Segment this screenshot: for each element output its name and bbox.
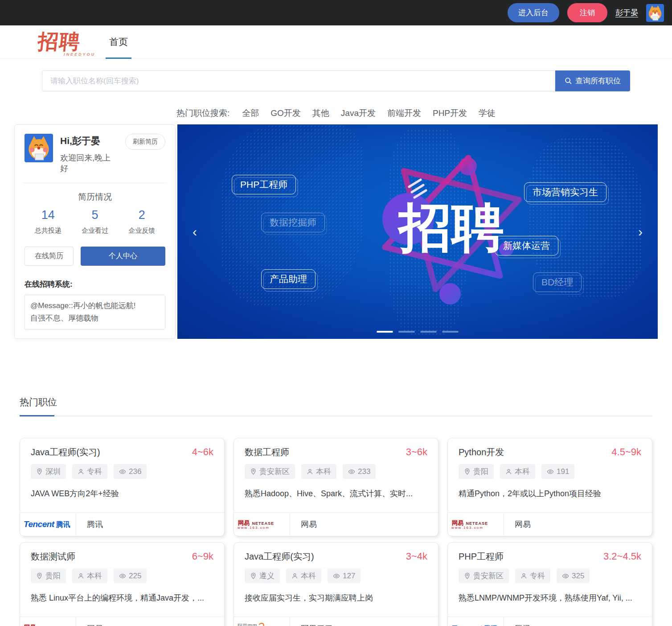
netease-logo-cn: 网易	[238, 519, 250, 526]
job-location-tag: 贵阳	[459, 464, 494, 479]
job-card[interactable]: Python开发 4.5~9k 贵阳 本科	[447, 438, 652, 536]
location-pin-icon	[464, 572, 471, 579]
user-card-header: Hi,彭于晏 欢迎回来,晚上好 刷新简历	[25, 134, 165, 174]
main-row: Hi,彭于晏 欢迎回来,晚上好 刷新简历 简历情况 14总共投递5企业看过2企业…	[14, 124, 658, 339]
location-pin-icon	[36, 468, 43, 475]
hot-jobs-title: 热门职位	[20, 397, 57, 407]
job-card-footer: Tencent腾讯 腾讯	[20, 512, 224, 536]
banner-carousel[interactable]: 招聘 PHP工程师 数据挖掘师 产品助理 市场营销实习生 新媒体运营 BD经理 …	[177, 124, 658, 339]
netease-logo: 网易 NETEASEwww.163.com	[24, 623, 60, 626]
hot-search-link[interactable]: Java开发	[341, 107, 376, 119]
svg-text:招聘: 招聘	[397, 198, 504, 257]
location-pin-icon	[36, 572, 43, 579]
system-message-box: @Message::再小的帆也能远航! 自强不息、厚德载物	[25, 295, 165, 329]
user-avatar[interactable]	[646, 4, 664, 22]
hot-search-link[interactable]: PHP开发	[433, 107, 467, 119]
resume-stat: 2企业反馈	[128, 208, 155, 235]
banner-chip: 数据挖掘师	[261, 213, 325, 232]
search-all-jobs-button[interactable]: 查询所有职位	[555, 70, 630, 91]
eye-icon	[333, 572, 340, 580]
job-card[interactable]: Java工程师(实习) 4~6k 深圳 专科	[20, 438, 225, 536]
banner-chip: PHP工程师	[232, 175, 296, 194]
job-tags: 深圳 专科 236	[31, 464, 213, 479]
banner-star-art: 招聘	[356, 134, 547, 326]
hot-search-link[interactable]: 前端开发	[387, 107, 421, 119]
netease-logo-en: NETEASE	[466, 521, 488, 526]
banner-chip: 产品助理	[261, 269, 316, 289]
job-education: 本科	[316, 466, 331, 477]
netease-logo-en: NETEASE	[252, 521, 274, 526]
job-description: JAVA WEB方向2年+经验	[31, 488, 213, 499]
hot-search-link[interactable]: 其他	[312, 107, 329, 119]
job-tags: 贵安新区 专科 325	[459, 568, 641, 583]
carousel-dot[interactable]	[377, 331, 393, 333]
logout-button[interactable]: 注销	[567, 3, 607, 22]
stat-label: 总共投递	[35, 227, 61, 235]
search-input[interactable]	[42, 70, 555, 91]
company-name: 网易	[290, 513, 317, 536]
card-avatar	[25, 134, 53, 162]
banner-chip: BD经理	[533, 272, 582, 292]
company-logo: 阿里巴巴Alibaba.com	[234, 617, 290, 626]
job-card[interactable]: 数据测试师 6~9k 贵阳 本科	[20, 542, 225, 626]
hot-search-link[interactable]: 全部	[242, 107, 259, 119]
job-views-tag: 191	[541, 464, 574, 479]
job-title: 数据工程师	[245, 446, 289, 458]
job-card-body: Java工程师(实习) 3~4k 遵义 本科	[234, 543, 438, 610]
job-views: 225	[129, 572, 141, 581]
tencent-logo: Tencent腾讯	[451, 624, 498, 626]
alibaba-logo: 阿里巴巴Alibaba.com	[238, 622, 269, 626]
job-education-tag: 本科	[286, 568, 321, 583]
job-education-tag: 本科	[500, 464, 535, 479]
banner-chip: 市场营销实习生	[524, 182, 606, 202]
job-card[interactable]: Java工程师(实习) 3~4k 遵义 本科	[234, 542, 438, 626]
resume-stats: 14总共投递5企业看过2企业反馈	[25, 208, 165, 235]
username-link[interactable]: 彭于晏	[615, 8, 638, 18]
avatar-image	[646, 4, 664, 22]
personal-center-button[interactable]: 个人中心	[81, 247, 165, 266]
carousel-next-arrow-icon[interactable]: ›	[638, 225, 643, 239]
job-views: 325	[572, 572, 584, 581]
job-salary: 4~6k	[192, 446, 213, 458]
online-resume-button[interactable]: 在线简历	[25, 247, 74, 266]
job-card-footer: 阿里巴巴Alibaba.com 阿里巴巴	[234, 617, 438, 626]
company-name: 网易	[76, 617, 103, 626]
tencent-logo-cn: 腾讯	[484, 625, 498, 626]
job-location-tag: 遵义	[245, 568, 280, 583]
carousel-dot[interactable]	[421, 331, 437, 333]
job-tags: 贵阳 本科 191	[459, 464, 641, 479]
job-views-tag: 325	[557, 568, 590, 583]
job-views-tag: 127	[328, 568, 361, 583]
job-location-tag: 贵安新区	[245, 464, 295, 479]
job-description: 熟悉 Linux平台上的编程环境，精通Java开发，...	[31, 593, 213, 603]
carousel-prev-arrow-icon[interactable]: ‹	[193, 225, 197, 239]
system-message-line1: @Message::再小的帆也能远航!	[30, 300, 160, 312]
job-views-tag: 236	[114, 464, 147, 479]
stat-label: 企业看过	[82, 227, 108, 235]
job-views: 127	[343, 572, 355, 581]
carousel-dot[interactable]	[399, 331, 415, 333]
hot-search-label: 热门职位搜索:	[176, 107, 229, 119]
enter-admin-button[interactable]: 进入后台	[508, 3, 559, 22]
company-logo: 网易 NETEASEwww.163.com	[448, 513, 504, 536]
nav-home-tab[interactable]: 首页	[108, 32, 129, 52]
person-icon	[307, 468, 313, 475]
refresh-resume-button[interactable]: 刷新简历	[125, 134, 165, 150]
hot-search-link[interactable]: 学徒	[479, 107, 496, 119]
company-name: 阿里巴巴	[290, 617, 333, 626]
carousel-dot[interactable]	[443, 331, 459, 333]
job-card[interactable]: PHP工程师 3.2~4.5k 贵安新区 专科	[447, 542, 652, 626]
company-name: 腾讯	[76, 513, 103, 536]
job-card[interactable]: 数据工程师 3~6k 贵安新区 本科	[234, 438, 438, 536]
system-message-line2: 自强不息、厚德载物	[30, 312, 160, 325]
job-description: 接收应届实习生，实习期满应聘上岗	[245, 593, 427, 603]
netease-logo-cn: 网易	[451, 519, 464, 526]
netease-logo: 网易 NETEASEwww.163.com	[451, 519, 488, 530]
job-title: PHP工程师	[459, 551, 504, 563]
hot-search-link[interactable]: GO开发	[270, 107, 301, 119]
site-logo[interactable]: 招聘 INEEDYOU	[38, 28, 81, 56]
eye-icon	[348, 468, 355, 475]
job-location: 深圳	[45, 466, 61, 477]
tencent-logo: Tencent腾讯	[24, 519, 70, 530]
job-title: Java工程师(实习)	[245, 551, 314, 563]
